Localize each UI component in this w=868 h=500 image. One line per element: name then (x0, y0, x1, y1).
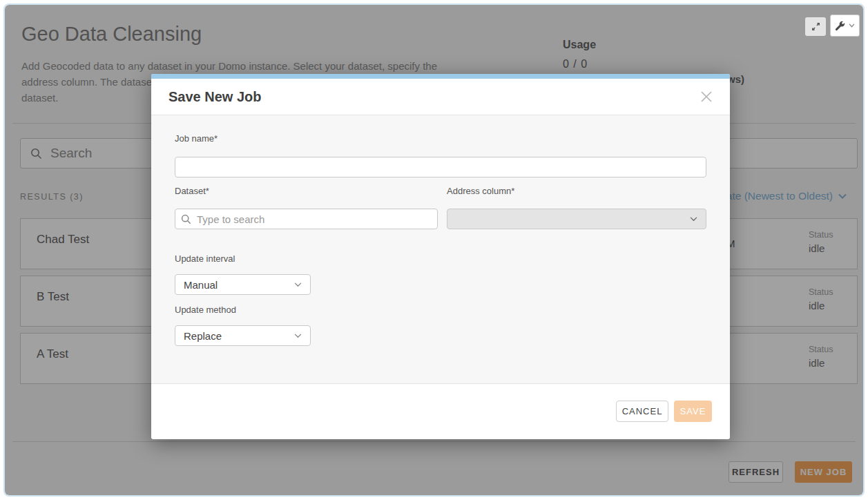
dataset-search-field[interactable] (175, 209, 438, 229)
address-column-select[interactable] (447, 209, 706, 229)
close-button[interactable] (697, 87, 716, 106)
dialog-accent-bar (151, 74, 730, 79)
settings-dropdown-button[interactable] (830, 15, 860, 37)
dialog-body: Job name* Dataset* Address column* Updat… (151, 115, 730, 383)
card-controls (805, 15, 860, 37)
update-interval-label: Update interval (175, 253, 235, 264)
close-icon (700, 90, 713, 104)
search-icon (181, 214, 191, 224)
chevron-down-icon (294, 334, 302, 338)
cancel-button[interactable]: CANCEL (616, 401, 668, 422)
dialog-footer: CANCEL SAVE (151, 383, 730, 439)
update-interval-value: Manual (184, 279, 294, 291)
wrench-icon (835, 21, 845, 31)
chevron-down-icon (849, 23, 855, 28)
expand-button[interactable] (805, 17, 826, 36)
update-interval-select[interactable]: Manual (175, 274, 311, 295)
update-method-select[interactable]: Replace (175, 325, 311, 346)
job-name-label: Job name* (175, 133, 218, 144)
update-method-label: Update method (175, 305, 236, 315)
dialog-header: Save New Job (151, 79, 730, 115)
expand-icon (811, 21, 821, 32)
app-frame: Geo Data Cleansing Add Geocoded data to … (3, 3, 865, 497)
address-column-label: Address column* (447, 186, 514, 196)
save-new-job-dialog: Save New Job Job name* Dataset* Address … (151, 74, 730, 439)
update-method-value: Replace (184, 330, 294, 342)
dataset-search-input[interactable] (197, 213, 432, 225)
chevron-down-icon (294, 282, 302, 287)
dialog-title: Save New Job (168, 89, 697, 105)
dataset-label: Dataset* (175, 186, 209, 196)
save-button[interactable]: SAVE (674, 401, 712, 422)
job-name-input[interactable] (175, 157, 706, 177)
chevron-down-icon (690, 217, 697, 222)
